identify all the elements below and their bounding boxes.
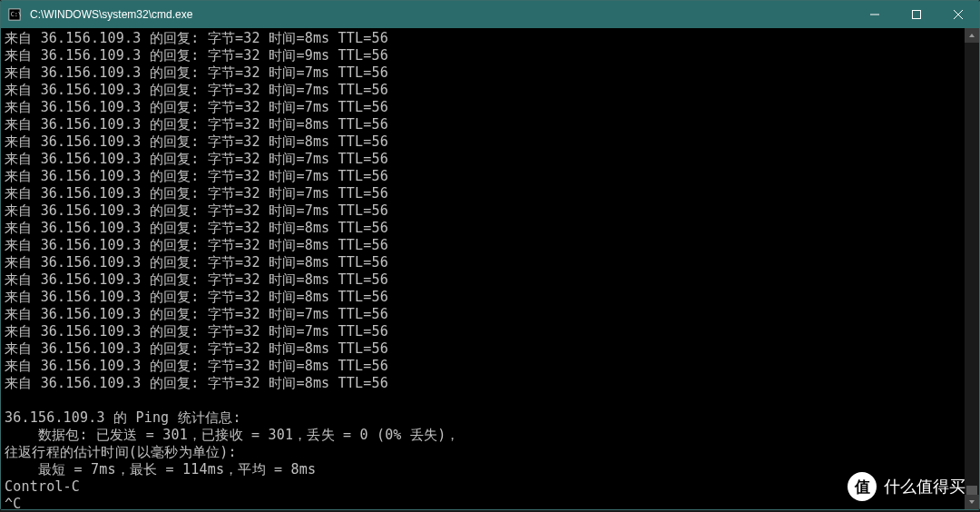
scrollbar[interactable] bbox=[965, 28, 979, 509]
svg-marker-7 bbox=[969, 500, 975, 504]
cmd-icon: C:\ bbox=[1, 1, 28, 28]
scroll-up-arrow[interactable] bbox=[965, 28, 979, 43]
svg-rect-3 bbox=[913, 11, 921, 19]
window-title: C:\WINDOWS\system32\cmd.exe bbox=[28, 8, 854, 21]
terminal-body: 来自 36.156.109.3 的回复: 字节=32 时间=8ms TTL=56… bbox=[1, 28, 979, 509]
window-controls bbox=[854, 1, 979, 28]
close-button[interactable] bbox=[937, 1, 979, 28]
minimize-button[interactable] bbox=[854, 1, 896, 28]
cmd-window: C:\ C:\WINDOWS\system32\cmd.exe 来自 36.15… bbox=[0, 0, 980, 510]
maximize-button[interactable] bbox=[896, 1, 937, 28]
titlebar[interactable]: C:\ C:\WINDOWS\system32\cmd.exe bbox=[1, 1, 979, 28]
svg-marker-6 bbox=[969, 34, 975, 37]
terminal-output[interactable]: 来自 36.156.109.3 的回复: 字节=32 时间=8ms TTL=56… bbox=[1, 28, 965, 509]
scroll-down-arrow[interactable] bbox=[965, 495, 979, 509]
svg-text:C:\: C:\ bbox=[11, 11, 21, 18]
